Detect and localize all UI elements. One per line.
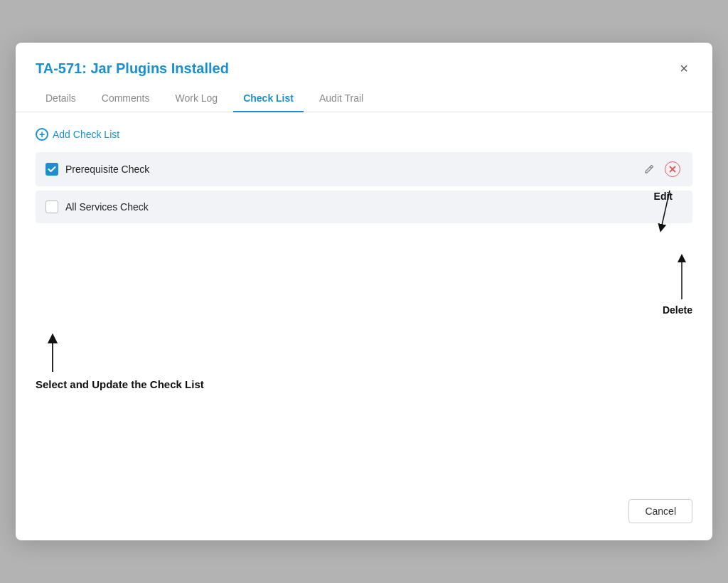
checkbox-checked[interactable] — [46, 163, 58, 176]
add-icon: + — [36, 128, 48, 141]
edit-button[interactable] — [641, 161, 657, 177]
checklist-item-label: Prerequisite Check — [65, 164, 636, 175]
annotation-select-label: Select and Update the Check List — [36, 378, 204, 390]
checklist-item: Prerequisite Check — [36, 152, 692, 186]
tab-checklist[interactable]: Check List — [233, 85, 304, 112]
tab-worklog[interactable]: Work Log — [165, 85, 228, 112]
checklist-list: Prerequisite Check — [36, 152, 692, 223]
delete-circle-icon — [665, 161, 680, 177]
annotation-select-container: Select and Update the Check List — [36, 333, 204, 390]
tab-comments[interactable]: Comments — [92, 85, 160, 112]
cancel-button[interactable]: Cancel — [628, 499, 692, 523]
add-checklist-button[interactable]: + Add Check List — [36, 128, 119, 149]
checklist-item: All Services Check — [36, 191, 692, 223]
delete-button[interactable] — [663, 159, 682, 179]
x-icon — [669, 166, 676, 173]
checklist-item-label: All Services Check — [65, 201, 682, 213]
checkbox-unchecked[interactable] — [46, 200, 58, 213]
add-checklist-label: Add Check List — [53, 129, 119, 140]
tab-bar: Details Comments Work Log Check List Aud… — [16, 85, 712, 112]
checklist-item-actions — [641, 159, 682, 179]
modal-header: TA-571: Jar Plugins Installed × — [16, 43, 712, 78]
annotation-delete-label: Delete — [663, 304, 692, 316]
modal-body: + Add Check List Prerequisite Check — [16, 112, 712, 492]
select-arrow — [46, 333, 67, 375]
pencil-icon — [643, 164, 655, 175]
modal-dialog: TA-571: Jar Plugins Installed × Details … — [16, 43, 712, 540]
modal-footer: Cancel — [16, 492, 712, 523]
tab-audittrail[interactable]: Audit Trail — [309, 85, 373, 112]
delete-arrow — [664, 251, 700, 308]
tab-details[interactable]: Details — [36, 85, 86, 112]
close-button[interactable]: × — [675, 58, 692, 78]
modal-title: TA-571: Jar Plugins Installed — [36, 60, 229, 77]
modal-overlay: TA-571: Jar Plugins Installed × Details … — [0, 0, 728, 583]
